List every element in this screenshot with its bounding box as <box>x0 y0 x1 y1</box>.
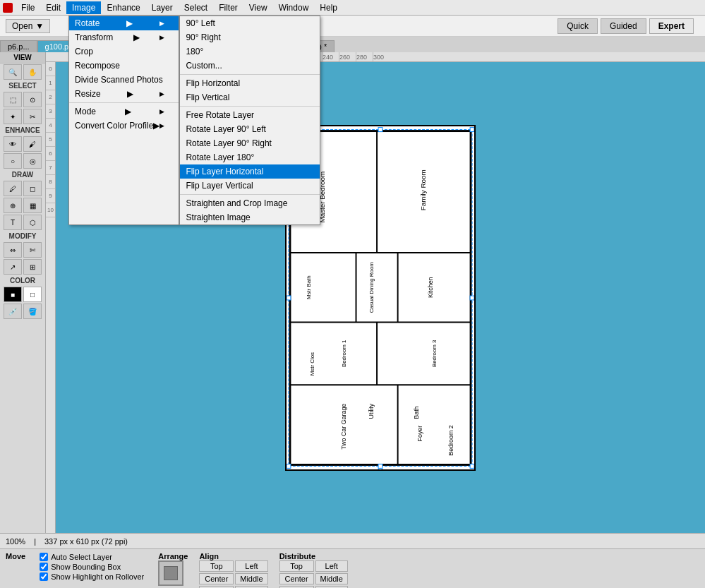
mode-menu-item[interactable]: Mode ▶ <box>69 104 179 119</box>
dist-top-btn[interactable]: Top <box>279 560 314 572</box>
menu-image[interactable]: Image <box>66 1 101 14</box>
warp-tool[interactable]: ↗ <box>4 259 22 275</box>
svg-text:Bath: Bath <box>413 406 420 419</box>
app-icon <box>3 3 13 13</box>
eyedropper-tool[interactable]: 💉 <box>4 304 22 319</box>
quick-mode-btn[interactable]: Quick <box>558 18 598 34</box>
align-center-btn[interactable]: Center <box>199 573 234 584</box>
separator-1 <box>69 102 179 103</box>
align-top-btn[interactable]: Top <box>199 560 234 572</box>
zoom-level: 100% <box>6 537 25 546</box>
straighten-image[interactable]: Straighten Image <box>180 210 320 224</box>
arrange-label: Arrange <box>158 552 188 560</box>
transform-tool[interactable]: ⇔ <box>4 242 22 258</box>
view-section: VIEW 🔍 ✋ SELECT ⬚ ⊙ ✦ ✂ ENHANCE 👁 🖌 ○ ◎ … <box>0 52 705 533</box>
ruler-tick: 260 <box>339 52 356 61</box>
svg-rect-29 <box>378 464 382 468</box>
svg-text:Family Room: Family Room <box>419 169 427 210</box>
bounding-box-row: Show Bounding Box <box>40 562 144 572</box>
mode-buttons: Quick Guided Expert <box>558 18 699 34</box>
image-dimensions: 337 px x 610 px (72 ppi) <box>44 537 128 546</box>
svg-text:Two Car Garage: Two Car Garage <box>340 403 347 449</box>
color-tools: ■ □ <box>0 286 45 303</box>
arrange-preview <box>158 560 183 586</box>
svg-rect-25 <box>470 127 474 131</box>
rotate-layer-90-left[interactable]: Rotate Layer 90° Left <box>180 122 320 136</box>
highlight-label: Show Highlight on Rollover <box>51 572 144 581</box>
free-rotate-layer[interactable]: Free Rotate Layer <box>180 108 320 122</box>
menu-edit[interactable]: Edit <box>40 1 66 14</box>
svg-text:Mstr Bath: Mstr Bath <box>306 275 312 299</box>
resize-menu-item[interactable]: Resize ▶ <box>69 87 179 101</box>
svg-text:Casual Dining Room: Casual Dining Room <box>368 261 375 313</box>
align-left-btn[interactable]: Left <box>235 560 267 572</box>
svg-text:Bedroom 3: Bedroom 3 <box>431 339 438 366</box>
recompose-menu-item[interactable]: Recompose <box>69 62 179 73</box>
modify-tools-row1: ⇔ ✄ <box>0 241 45 258</box>
foreground-color[interactable]: ■ <box>4 287 22 302</box>
bounding-box-label: Show Bounding Box <box>51 563 121 571</box>
dist-left-btn[interactable]: Left <box>315 560 348 572</box>
svg-text:Utility: Utility <box>368 403 375 419</box>
svg-text:Kitchen: Kitchen <box>427 277 434 298</box>
menu-bar: File Edit Image Enhance Layer Select Fil… <box>0 0 705 16</box>
align-buttons: Top Left Center Middle Bottom Right <box>199 560 267 588</box>
dist-center-btn[interactable]: Center <box>279 573 314 584</box>
expert-mode-btn[interactable]: Expert <box>649 18 694 34</box>
highlight-checkbox[interactable] <box>40 572 48 581</box>
straighten-crop[interactable]: Straighten and Crop Image <box>180 196 320 210</box>
rotate-custom[interactable]: Custom... <box>180 62 320 73</box>
dist-middle-btn[interactable]: Middle <box>315 573 348 584</box>
svg-text:Bedroom 1: Bedroom 1 <box>341 340 347 367</box>
align-label: Align <box>199 552 267 560</box>
extra-color-tools: 💉 🪣 <box>0 303 45 320</box>
rotate-submenu: 90° Left 90° Right 180° Custom... Flip H… <box>179 62 320 225</box>
ruler-tick: 300 <box>373 52 390 61</box>
menu-window[interactable]: Window <box>273 1 315 14</box>
paint-bucket-tool[interactable]: 🪣 <box>23 304 42 319</box>
convert-profile-menu-item[interactable]: Convert Color Profile ▶ <box>69 119 179 133</box>
svg-text:Bedroom 2: Bedroom 2 <box>447 425 454 455</box>
modify-tools-row2: ↗ ⊞ <box>0 258 45 275</box>
menu-select[interactable]: Select <box>179 1 213 14</box>
svg-rect-24 <box>378 127 382 131</box>
divide-scanned-menu-item[interactable]: Divide Scanned Photos <box>69 73 179 87</box>
canvas-area: Master Bedroom Family Room Mstr Bath Cas… <box>56 62 705 533</box>
crop-tool[interactable]: ✄ <box>23 242 42 258</box>
menu-view[interactable]: View <box>243 1 273 14</box>
flip-horizontal[interactable]: Flip Horizontal <box>180 76 320 90</box>
background-color[interactable]: □ <box>23 287 42 302</box>
guided-mode-btn[interactable]: Guided <box>601 18 646 34</box>
flip-layer-horizontal[interactable]: Flip Layer Horizontal <box>180 164 320 179</box>
menu-help[interactable]: Help <box>314 1 343 14</box>
menu-file[interactable]: File <box>16 1 40 14</box>
retouch-tool[interactable]: ⊞ <box>23 259 42 275</box>
rotate-layer-90-right[interactable]: Rotate Layer 90° Right <box>180 136 320 150</box>
ruler-tick: 280 <box>356 52 373 61</box>
menu-layer[interactable]: Layer <box>146 1 179 14</box>
color-label: COLOR <box>0 275 45 286</box>
ruler-tick: 240 <box>322 52 339 61</box>
svg-rect-30 <box>470 464 474 468</box>
move-label: Move <box>6 552 25 560</box>
align-block: Align Top Left Center Middle Bottom Righ… <box>199 552 267 588</box>
align-middle-btn[interactable]: Middle <box>235 573 267 584</box>
separator-2 <box>180 74 320 75</box>
flip-layer-vertical[interactable]: Flip Layer Vertical <box>180 179 320 193</box>
menu-filter[interactable]: Filter <box>213 1 243 14</box>
svg-rect-26 <box>287 296 291 300</box>
svg-rect-28 <box>287 464 291 468</box>
menu-enhance[interactable]: Enhance <box>101 1 145 14</box>
auto-select-checkbox[interactable] <box>40 553 48 561</box>
modify-label: MODIFY <box>0 231 45 241</box>
separator-4 <box>180 194 320 195</box>
distribute-block: Distribute Top Left Center Middle Bottom… <box>279 552 348 588</box>
image-dropdown-menu: Rotate ▶ Transform ▶ Crop Recompose Divi… <box>68 62 179 225</box>
rotate-layer-180[interactable]: Rotate Layer 180° <box>180 150 320 164</box>
arrange-block: Arrange <box>158 552 188 588</box>
auto-select-row: Auto Select Layer <box>40 552 144 562</box>
status-bar: 100% | 337 px x 610 px (72 ppi) <box>0 533 705 548</box>
bounding-box-checkbox[interactable] <box>40 563 48 571</box>
flip-vertical[interactable]: Flip Vertical <box>180 90 320 104</box>
canvas-with-ruler: -20 0 20 40 60 80 100 120 140 160 180 20… <box>46 52 705 533</box>
